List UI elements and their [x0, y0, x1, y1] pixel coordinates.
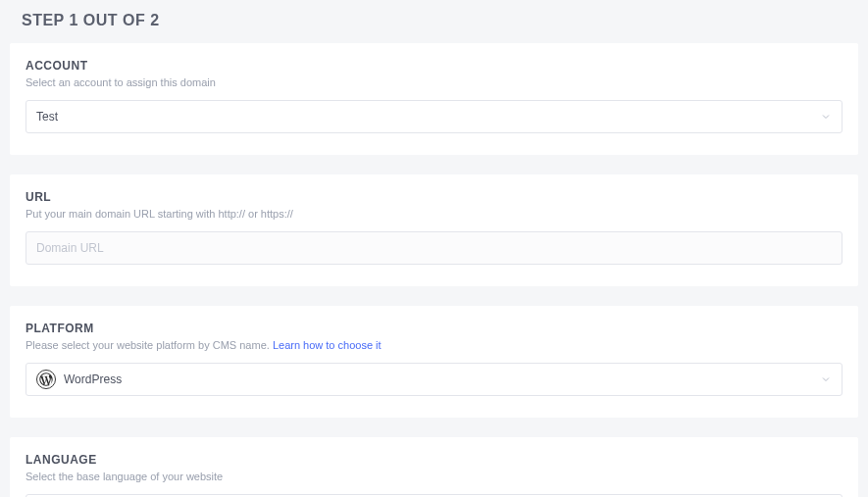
wordpress-icon	[36, 370, 56, 389]
url-section-desc: Put your main domain URL starting with h…	[26, 208, 842, 220]
language-card: LANGUAGE Select the base language of you…	[10, 437, 858, 497]
platform-section-desc: Please select your website platform by C…	[26, 339, 842, 351]
chevron-down-icon	[820, 111, 832, 123]
account-select-value: Test	[36, 110, 820, 124]
platform-section-title: PLATFORM	[26, 322, 842, 335]
platform-select-value: WordPress	[64, 373, 820, 386]
learn-how-link[interactable]: Learn how to choose it	[273, 339, 382, 351]
url-input[interactable]	[26, 231, 842, 265]
url-card: URL Put your main domain URL starting wi…	[10, 174, 858, 286]
platform-select[interactable]: WordPress	[26, 363, 842, 396]
account-card: ACCOUNT Select an account to assign this…	[10, 43, 858, 155]
chevron-down-icon	[820, 373, 832, 385]
language-section-desc: Select the base language of your website	[26, 471, 842, 482]
platform-desc-text: Please select your website platform by C…	[26, 339, 273, 351]
account-section-title: ACCOUNT	[26, 59, 842, 73]
account-section-desc: Select an account to assign this domain	[26, 76, 842, 88]
platform-card: PLATFORM Please select your website plat…	[10, 306, 858, 418]
account-select[interactable]: Test	[26, 100, 842, 133]
page-title: STEP 1 OUT OF 2	[0, 0, 868, 43]
url-section-title: URL	[26, 190, 842, 204]
language-section-title: LANGUAGE	[26, 453, 842, 467]
